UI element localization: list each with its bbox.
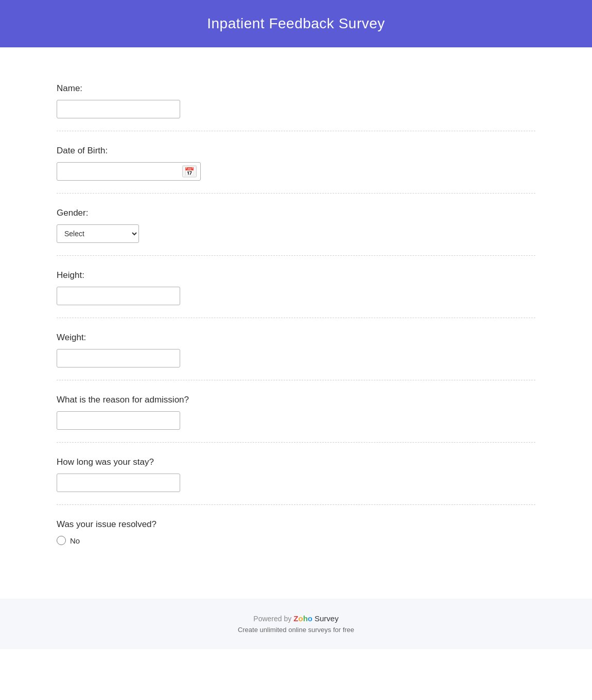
page-header: Inpatient Feedback Survey — [0, 0, 592, 47]
label-admission-reason: What is the reason for admission? — [57, 395, 535, 405]
input-name[interactable] — [57, 100, 180, 118]
input-admission-reason[interactable] — [57, 411, 180, 430]
field-gender: Gender: Select Male Female Other Prefer … — [57, 194, 535, 256]
label-issue-resolved: Was your issue resolved? — [57, 519, 535, 530]
field-admission-reason: What is the reason for admission? — [57, 380, 535, 443]
survey-word: Survey — [315, 614, 339, 623]
logo-o1: o — [298, 614, 303, 623]
input-weight[interactable] — [57, 349, 180, 367]
label-weight: Weight: — [57, 332, 535, 343]
field-height: Height: — [57, 256, 535, 318]
label-gender: Gender: — [57, 208, 535, 218]
radio-no-label: No — [70, 536, 80, 545]
radio-no[interactable] — [57, 536, 66, 545]
footer-powered-line: Powered by Zoho Survey — [10, 614, 582, 623]
input-stay-duration[interactable] — [57, 474, 180, 492]
field-weight: Weight: — [57, 318, 535, 380]
field-name: Name: — [57, 73, 535, 131]
page-footer: Powered by Zoho Survey Create unlimited … — [0, 599, 592, 649]
footer-tagline: Create unlimited online surveys for free — [10, 626, 582, 634]
select-gender[interactable]: Select Male Female Other Prefer not to s… — [57, 224, 139, 243]
field-stay-duration: How long was your stay? — [57, 443, 535, 505]
label-stay-duration: How long was your stay? — [57, 457, 535, 467]
label-dob: Date of Birth: — [57, 146, 535, 156]
page-title: Inpatient Feedback Survey — [10, 15, 582, 32]
label-name: Name: — [57, 83, 535, 94]
logo-o2: o — [308, 614, 312, 623]
date-input-wrapper: 📅 — [57, 162, 201, 181]
calendar-icon[interactable]: 📅 — [182, 166, 197, 178]
zoho-logo: Zoho — [293, 614, 312, 623]
field-dob: Date of Birth: 📅 — [57, 131, 535, 194]
label-height: Height: — [57, 270, 535, 281]
logo-h: h — [303, 614, 308, 623]
logo-z: Z — [293, 614, 298, 623]
field-issue-resolved: Was your issue resolved? No — [57, 505, 535, 557]
input-dob[interactable] — [57, 162, 201, 181]
form-container: Name: Date of Birth: 📅 Gender: Select Ma… — [26, 47, 566, 578]
radio-group-resolved: No — [57, 536, 535, 545]
powered-by-text: Powered by — [253, 615, 291, 623]
input-height[interactable] — [57, 287, 180, 305]
